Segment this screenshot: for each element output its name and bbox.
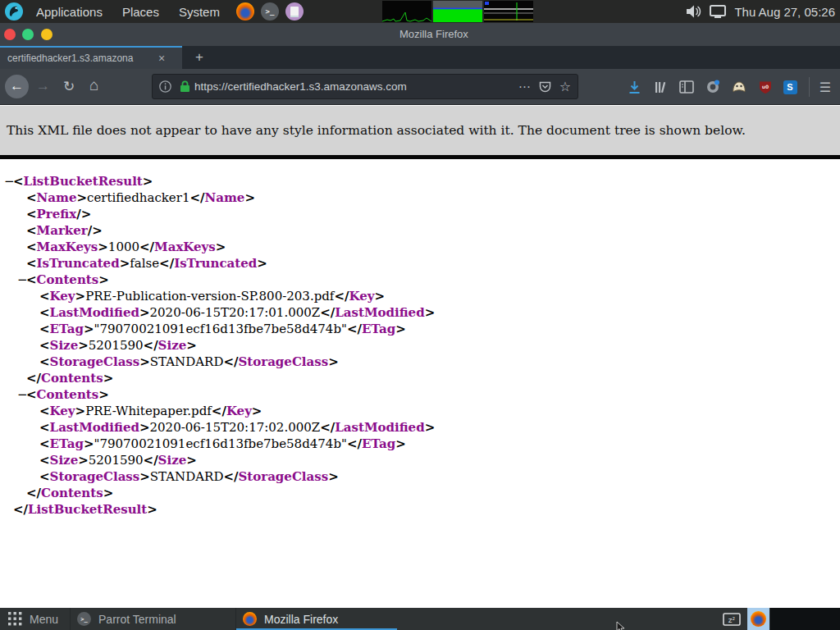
system-tray: z² bbox=[723, 608, 840, 630]
xml-line: −<Contents> bbox=[4, 272, 840, 288]
firefox-task-icon bbox=[243, 612, 257, 626]
url-bar[interactable]: https://certifiedhacker1.s3.amazonaws.co… bbox=[152, 74, 578, 99]
tab-title: certifiedhacker1.s3.amazona bbox=[7, 52, 153, 64]
xml-style-notice: This XML file does not appear to have an… bbox=[0, 106, 840, 159]
site-info-icon[interactable] bbox=[159, 80, 171, 93]
workspace-switcher[interactable] bbox=[769, 608, 840, 630]
xml-line: <ETag>"79070021091ecf16d13fbe7be58d474b"… bbox=[4, 436, 840, 452]
xml-line: <StorageClass>STANDARD</StorageClass> bbox=[4, 468, 840, 485]
xml-line: <LastModified>2020-06-15T20:17:02.000Z</… bbox=[4, 419, 840, 436]
firefox-titlebar: Mozilla Firefox bbox=[0, 23, 840, 46]
grid-menu-icon bbox=[8, 612, 22, 626]
keyboard-layout-icon[interactable]: z² bbox=[723, 613, 741, 626]
cpu-monitor-graph[interactable] bbox=[382, 1, 431, 22]
extension-containers-icon[interactable] bbox=[702, 76, 724, 98]
display-icon[interactable] bbox=[710, 5, 726, 18]
terminal-task-icon: >_ bbox=[77, 612, 91, 626]
firefox-launcher-icon[interactable] bbox=[236, 2, 254, 21]
window-minimize-button[interactable] bbox=[41, 29, 52, 40]
xml-collapse-toggle[interactable]: − bbox=[17, 272, 26, 288]
xml-line: <Prefix/> bbox=[4, 206, 840, 222]
forward-button[interactable]: → bbox=[36, 78, 50, 94]
xml-line: </Contents> bbox=[4, 485, 840, 501]
firefox-tray-icon[interactable] bbox=[747, 608, 769, 630]
taskbar-menu-button[interactable]: Menu bbox=[0, 608, 70, 630]
menu-applications[interactable]: Applications bbox=[26, 5, 112, 19]
system-monitors bbox=[382, 1, 533, 22]
xml-collapse-toggle[interactable]: − bbox=[4, 173, 13, 189]
clock[interactable]: Thu Aug 27, 05:26 bbox=[734, 5, 835, 19]
system-top-panel: Applications Places System >_ bbox=[0, 0, 840, 23]
app-menu-icon[interactable]: ☰ bbox=[815, 76, 836, 98]
xml-line: <Size>5201590</Size> bbox=[4, 452, 840, 468]
tab-bar: certifiedhacker1.s3.amazona × + bbox=[0, 46, 840, 69]
taskbar-menu-label: Menu bbox=[30, 613, 58, 626]
xml-collapse-toggle[interactable]: − bbox=[17, 386, 26, 403]
xml-line: <Size>5201590</Size> bbox=[4, 337, 840, 354]
mouse-cursor bbox=[616, 621, 625, 630]
sidebars-icon[interactable] bbox=[676, 76, 697, 98]
downloads-icon[interactable] bbox=[623, 76, 645, 98]
window-close-button[interactable] bbox=[4, 29, 16, 40]
xml-line: <ETag>"79070021091ecf16d13fbe7be58d474b"… bbox=[4, 321, 840, 337]
home-button[interactable]: ⌂ bbox=[89, 76, 98, 94]
volume-icon[interactable] bbox=[686, 5, 701, 18]
memory-monitor-graph[interactable] bbox=[433, 1, 482, 22]
xml-document-view: −<ListBucketResult><Name>certifiedhacker… bbox=[0, 159, 840, 608]
bottom-taskbar: Menu >_ Parrot Terminal Mozilla Firefox … bbox=[0, 608, 840, 630]
text-editor-launcher-icon[interactable] bbox=[285, 2, 304, 21]
xml-line: −<Contents> bbox=[4, 386, 840, 403]
xml-line: <StorageClass>STANDARD</StorageClass> bbox=[4, 354, 840, 370]
toolbar-separator bbox=[809, 77, 810, 97]
tab-certifiedhacker[interactable]: certifiedhacker1.s3.amazona × bbox=[0, 46, 182, 69]
extension-shodan-icon[interactable]: S bbox=[779, 76, 801, 98]
new-tab-button[interactable]: + bbox=[189, 47, 210, 68]
back-button[interactable]: ← bbox=[5, 75, 29, 98]
task-label: Parrot Terminal bbox=[98, 613, 176, 626]
library-icon[interactable] bbox=[650, 76, 671, 98]
xml-line: <LastModified>2020-06-15T20:17:01.000Z</… bbox=[4, 304, 840, 321]
extension-ublock-icon[interactable]: u0 bbox=[755, 76, 776, 98]
xml-line: <IsTruncated>false</IsTruncated> bbox=[4, 255, 840, 272]
url-text[interactable]: https://certifiedhacker1.s3.amazonaws.co… bbox=[194, 80, 514, 93]
window-maximize-button[interactable] bbox=[22, 29, 34, 40]
xml-line: <Marker/> bbox=[4, 222, 840, 239]
xml-line: </ListBucketResult> bbox=[4, 501, 840, 518]
navigation-toolbar: ← → ↻ ⌂ https://certifiedhacker1.s3.amaz… bbox=[0, 69, 840, 105]
svg-text:z²: z² bbox=[728, 615, 736, 623]
xml-line: <MaxKeys>1000</MaxKeys> bbox=[4, 239, 840, 255]
terminal-launcher-icon[interactable]: >_ bbox=[261, 2, 279, 21]
taskbar-task-mozilla-firefox[interactable]: Mozilla Firefox bbox=[235, 608, 397, 630]
xml-line: <Key>PRE-Publication-version-SP.800-203.… bbox=[4, 288, 840, 304]
page-actions-icon[interactable]: ⋯ bbox=[518, 80, 531, 94]
xml-line: −<ListBucketResult> bbox=[4, 173, 840, 189]
menu-places[interactable]: Places bbox=[112, 5, 169, 19]
bookmark-star-icon[interactable]: ☆ bbox=[559, 79, 571, 94]
xml-line: <Key>PRE-Whitepaper.pdf</Key> bbox=[4, 403, 840, 419]
pocket-icon[interactable] bbox=[539, 81, 551, 93]
network-monitor-graph[interactable] bbox=[484, 1, 533, 22]
tab-close-icon[interactable]: × bbox=[153, 52, 170, 65]
extension-foxyproxy-icon[interactable] bbox=[728, 76, 750, 98]
task-label: Mozilla Firefox bbox=[264, 613, 338, 626]
tab-title-fade bbox=[132, 52, 153, 64]
document-glyph bbox=[290, 7, 299, 17]
lock-icon[interactable] bbox=[180, 80, 190, 93]
xml-line: </Contents> bbox=[4, 370, 840, 386]
parrot-os-logo-icon[interactable] bbox=[5, 2, 23, 21]
menu-system[interactable]: System bbox=[169, 5, 230, 19]
firefox-logo bbox=[751, 611, 766, 627]
taskbar-task-parrot-terminal[interactable]: >_ Parrot Terminal bbox=[70, 608, 235, 630]
xml-line: <Name>certifiedhacker1</Name> bbox=[4, 189, 840, 206]
reload-button[interactable]: ↻ bbox=[63, 78, 75, 95]
window-title: Mozilla Firefox bbox=[399, 28, 468, 40]
svg-text:u0: u0 bbox=[762, 83, 769, 89]
